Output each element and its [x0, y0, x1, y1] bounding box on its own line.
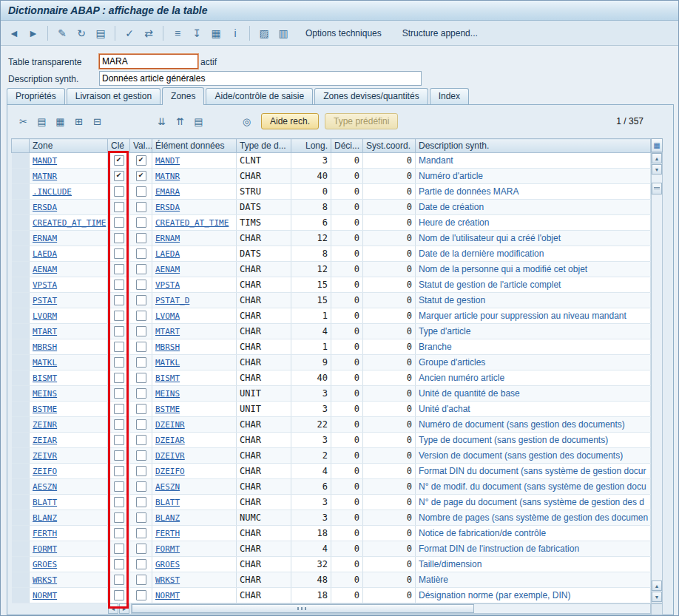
search-help-icon[interactable]: ◎ — [238, 113, 255, 130]
zone-link[interactable]: ZEINR — [33, 420, 57, 430]
zone-link[interactable]: GROES — [33, 560, 57, 569]
zone-link[interactable]: LVORM — [33, 311, 57, 321]
val-checkbox[interactable] — [136, 481, 146, 492]
zone-link[interactable]: AENAM — [33, 265, 57, 274]
val-checkbox[interactable] — [136, 202, 146, 212]
row-selector[interactable] — [12, 277, 30, 293]
zone-link[interactable]: BLATT — [33, 498, 57, 507]
zone-link[interactable]: ERSDA — [33, 203, 57, 212]
val-checkbox[interactable] — [136, 512, 146, 523]
cle-checkbox[interactable] — [114, 388, 124, 399]
val-checkbox[interactable] — [136, 419, 146, 430]
row-selector[interactable] — [12, 184, 30, 200]
row-selector[interactable] — [12, 324, 30, 339]
val-checkbox[interactable] — [136, 388, 146, 399]
element-link[interactable]: CREATED_AT_TIME — [155, 218, 229, 228]
zone-link[interactable]: ZEIFO — [33, 467, 57, 476]
search-help-button[interactable]: Aide rech. — [261, 113, 319, 129]
zone-link[interactable]: ZEIVR — [33, 451, 57, 461]
row-selector[interactable] — [12, 153, 30, 169]
zone-link[interactable]: MATKL — [33, 358, 57, 368]
row-selector[interactable] — [12, 588, 30, 603]
column-header-desc[interactable]: Description synth. — [416, 139, 651, 153]
element-link[interactable]: EMARA — [155, 187, 180, 197]
element-link[interactable]: MATNR — [155, 172, 180, 181]
element-link[interactable]: GROES — [155, 560, 180, 569]
cle-checkbox[interactable] — [114, 326, 124, 336]
column-header-zone[interactable]: Zone — [30, 139, 108, 153]
paste-icon[interactable]: ▦ — [52, 113, 69, 130]
zone-link[interactable]: .INCLUDE — [33, 187, 72, 197]
cle-checkbox[interactable] — [114, 264, 124, 274]
insert-row-icon[interactable]: ⊞ — [70, 113, 87, 130]
cle-checkbox[interactable] — [114, 233, 124, 243]
cle-checkbox[interactable] — [114, 450, 124, 461]
tab-zones-devises-quantit-s[interactable]: Zones devises/quantités — [314, 88, 428, 104]
cle-checkbox[interactable] — [114, 544, 124, 554]
element-link[interactable]: BLANZ — [155, 513, 180, 523]
table-settings-icon[interactable]: ▦ — [651, 138, 663, 152]
element-link[interactable]: LAEDA — [155, 249, 180, 259]
element-link[interactable]: WRKST — [155, 575, 180, 585]
forward-icon[interactable]: ► — [24, 24, 42, 42]
scroll-right-icon[interactable]: ► — [119, 603, 129, 614]
hierarchy-icon[interactable]: ≡ — [169, 24, 186, 42]
horizontal-scroll-thumb[interactable] — [132, 604, 474, 613]
cle-checkbox[interactable] — [114, 497, 124, 507]
row-selector[interactable] — [12, 572, 30, 588]
move-up-icon[interactable]: ⇈ — [172, 113, 189, 130]
back-icon[interactable]: ◄ — [5, 24, 23, 42]
cle-checkbox[interactable] — [114, 404, 124, 414]
zone-link[interactable]: BISMT — [33, 373, 57, 383]
table-contents-icon[interactable]: ▦ — [207, 24, 225, 42]
cle-checkbox[interactable] — [114, 575, 124, 585]
move-down-icon[interactable]: ⇊ — [153, 113, 170, 130]
val-checkbox[interactable] — [136, 248, 146, 259]
cle-checkbox[interactable] — [114, 466, 124, 476]
element-link[interactable]: DZEINR — [155, 420, 185, 430]
cle-checkbox[interactable] — [114, 342, 124, 352]
cle-checkbox[interactable] — [114, 559, 124, 569]
row-selector[interactable] — [12, 510, 30, 526]
zone-link[interactable]: ZEIAR — [33, 436, 57, 445]
column-header-cle[interactable]: Clé — [108, 139, 130, 153]
cle-checkbox[interactable] — [114, 419, 124, 430]
append-structure-button[interactable]: Structure append... — [395, 25, 485, 41]
val-checkbox[interactable] — [136, 590, 146, 600]
element-link[interactable]: BLATT — [155, 498, 180, 507]
element-link[interactable]: FORMT — [155, 544, 180, 554]
row-selector[interactable] — [12, 339, 30, 355]
val-checkbox[interactable] — [136, 311, 146, 321]
zone-link[interactable]: FERTH — [33, 529, 57, 538]
val-checkbox[interactable]: ✔ — [136, 171, 146, 181]
zone-link[interactable]: PSTAT — [33, 296, 57, 305]
val-checkbox[interactable] — [136, 217, 146, 228]
val-checkbox[interactable] — [136, 264, 146, 274]
row-selector[interactable] — [12, 370, 30, 386]
cle-checkbox[interactable] — [114, 295, 124, 305]
row-selector[interactable] — [12, 541, 30, 557]
zone-link[interactable]: AESZN — [33, 482, 57, 492]
row-selector[interactable] — [12, 557, 30, 572]
element-link[interactable]: MTART — [155, 327, 180, 336]
element-link[interactable]: NORMT — [155, 591, 180, 600]
cle-checkbox[interactable] — [114, 435, 124, 445]
zone-link[interactable]: NORMT — [33, 591, 57, 600]
where-used-icon[interactable]: ⇄ — [140, 24, 158, 42]
val-checkbox[interactable] — [136, 186, 146, 197]
row-selector[interactable] — [12, 433, 30, 448]
sort-icon[interactable]: ↧ — [188, 24, 206, 42]
zone-link[interactable]: BLANZ — [33, 513, 57, 523]
zone-link[interactable]: MTART — [33, 327, 57, 336]
cut-icon[interactable]: ✂ — [15, 113, 32, 130]
val-checkbox[interactable] — [136, 342, 146, 352]
row-selector[interactable] — [12, 231, 30, 246]
cle-checkbox[interactable] — [114, 217, 124, 228]
val-checkbox[interactable] — [136, 373, 146, 383]
row-selector[interactable] — [12, 495, 30, 510]
row-selector[interactable] — [12, 293, 30, 308]
column-header-element[interactable]: Élément données — [152, 139, 237, 153]
horizontal-scroll-track[interactable] — [131, 603, 651, 614]
zone-link[interactable]: MBRSH — [33, 342, 57, 352]
row-selector[interactable] — [12, 417, 30, 433]
